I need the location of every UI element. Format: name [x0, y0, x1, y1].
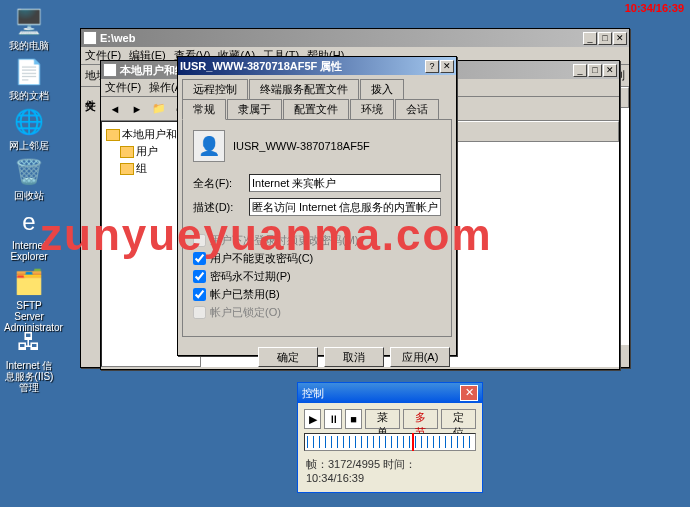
tab-memberof[interactable]: 隶属于 — [227, 99, 282, 119]
iis-icon: 🖧 — [13, 326, 45, 358]
tab-session[interactable]: 会话 — [395, 99, 439, 119]
chk-cannot-change[interactable]: 用户不能更改密码(C) — [193, 251, 441, 266]
prop-content: 👤 IUSR_WWW-3870718AF5F 全名(F): 描述(D): 用户下… — [182, 119, 452, 337]
tab-general[interactable]: 常规 — [182, 99, 226, 120]
play-button[interactable]: ▶ — [304, 409, 321, 429]
pause-button[interactable]: ⏸ — [324, 409, 341, 429]
computer-icon: 🖥️ — [13, 6, 45, 38]
desktop-icon-iis[interactable]: 🖧Internet 信息服务(IIS)管理 — [4, 326, 54, 393]
prop-title: IUSR_WWW-3870718AF5F 属性 — [180, 59, 425, 74]
user-icon: 👤 — [193, 130, 225, 162]
ok-button[interactable]: 确定 — [258, 347, 318, 367]
maximize-button[interactable]: □ — [588, 64, 602, 77]
player-timeline[interactable] — [304, 433, 476, 451]
apply-button[interactable]: 应用(A) — [390, 347, 450, 367]
desktop-icon-computer[interactable]: 🖥️我的电脑 — [4, 6, 54, 51]
tab-profile[interactable]: 配置文件 — [283, 99, 349, 119]
menu-file[interactable]: 文件(F) — [105, 80, 141, 95]
timeline-marks — [307, 436, 473, 448]
chk-disabled[interactable]: 帐户已禁用(B) — [193, 287, 441, 302]
desc-field[interactable] — [249, 198, 441, 216]
documents-icon: 📄 — [13, 56, 45, 88]
properties-dialog[interactable]: IUSR_WWW-3870718AF5F 属性 ? ✕ 远程控制 终端服务配置文… — [177, 56, 457, 356]
explorer-titlebar[interactable]: E:\web _ □ ✕ — [81, 29, 629, 47]
fwd-button[interactable]: ► — [127, 99, 147, 119]
chk-locked: 帐户已锁定(O) — [193, 305, 441, 320]
folder-icon — [106, 129, 120, 141]
desktop-icon-recycle[interactable]: 🗑️回收站 — [4, 156, 54, 201]
desktop-icon-sftp[interactable]: 🗂️SFTP Server Administrator — [4, 266, 54, 333]
close-button[interactable]: ✕ — [613, 32, 627, 45]
tab-env[interactable]: 环境 — [350, 99, 394, 119]
minimize-button[interactable]: _ — [573, 64, 587, 77]
username-label: IUSR_WWW-3870718AF5F — [233, 140, 370, 152]
minimize-button[interactable]: _ — [583, 32, 597, 45]
timeline-cursor[interactable] — [412, 433, 414, 451]
player-titlebar[interactable]: 控制 ✕ — [298, 383, 482, 403]
recycle-icon: 🗑️ — [13, 156, 45, 188]
tab-remote[interactable]: 远程控制 — [182, 79, 248, 99]
stop-button[interactable]: ■ — [345, 409, 362, 429]
mmc-icon — [103, 63, 117, 77]
network-icon: 🌐 — [13, 106, 45, 138]
close-button[interactable]: ✕ — [603, 64, 617, 77]
desktop-icon-network[interactable]: 🌐网上邻居 — [4, 106, 54, 151]
tab-dialin[interactable]: 拨入 — [360, 79, 404, 99]
prop-titlebar[interactable]: IUSR_WWW-3870718AF5F 属性 ? ✕ — [178, 57, 456, 75]
folder-icon — [83, 31, 97, 45]
cancel-button[interactable]: 取消 — [324, 347, 384, 367]
chk-must-change: 用户下次登录时须更改密码(M) — [193, 233, 441, 248]
timestamp-overlay: 10:34/16:39 — [625, 2, 684, 14]
locate-button[interactable]: 定位 — [441, 409, 476, 429]
close-button[interactable]: ✕ — [460, 385, 478, 401]
player-title: 控制 — [302, 386, 324, 401]
desktop-icon-documents[interactable]: 📄我的文档 — [4, 56, 54, 101]
sftp-icon: 🗂️ — [13, 266, 45, 298]
fullname-field[interactable] — [249, 174, 441, 192]
desc-label: 描述(D): — [193, 200, 249, 215]
fullname-label: 全名(F): — [193, 176, 249, 191]
close-button[interactable]: ✕ — [440, 60, 454, 73]
maximize-button[interactable]: □ — [598, 32, 612, 45]
up-button[interactable]: 📁 — [149, 99, 169, 119]
explorer-title: E:\web — [100, 32, 583, 44]
chk-never-expire[interactable]: 密码永不过期(P) — [193, 269, 441, 284]
prop-tabs-row1: 远程控制 终端服务配置文件 拨入 — [178, 75, 456, 99]
help-button[interactable]: ? — [425, 60, 439, 73]
folder-icon — [120, 163, 134, 175]
desktop-icon-ie[interactable]: eInternet Explorer — [4, 206, 54, 262]
back-button[interactable]: ◄ — [105, 99, 125, 119]
more-button[interactable]: 多节 — [403, 409, 438, 429]
folder-icon — [120, 146, 134, 158]
ie-icon: e — [13, 206, 45, 238]
player-controls: ▶ ⏸ ■ 菜单 多节 定位 — [304, 409, 476, 429]
player-status: 帧：3172/4995 时间：10:34/16:39 — [304, 455, 476, 486]
prop-tabs-row2: 常规 隶属于 配置文件 环境 会话 — [178, 99, 456, 119]
player-window[interactable]: 控制 ✕ ▶ ⏸ ■ 菜单 多节 定位 帧：3172/4995 时间：10:34… — [297, 382, 483, 493]
tab-ts[interactable]: 终端服务配置文件 — [249, 79, 359, 99]
prop-buttons: 确定 取消 应用(A) — [178, 341, 456, 373]
menu-button[interactable]: 菜单 — [365, 409, 400, 429]
